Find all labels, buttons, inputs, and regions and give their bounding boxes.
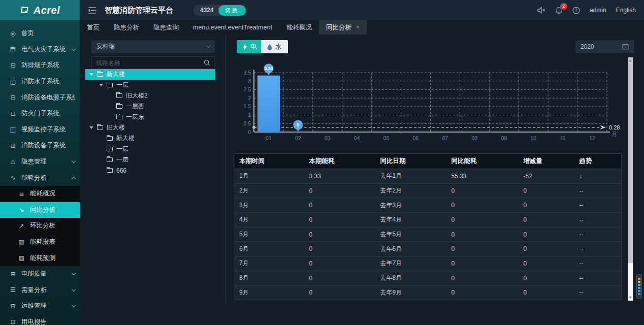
lock-icon: ⊟ [9, 110, 17, 117]
line-search-box [91, 56, 215, 69]
table-cell: 0 [520, 183, 575, 198]
sidebar-item[interactable]: ∿能耗分析 [0, 170, 80, 186]
tab[interactable]: 同比分析× [319, 20, 367, 35]
bar-chart-icon: ▥ [18, 239, 25, 246]
video-icon: ◫ [9, 78, 17, 85]
sidebar-item[interactable]: ▤电气火灾子系统 [0, 42, 80, 58]
browser-extension-strip [636, 274, 642, 299]
sidebar-item[interactable]: ⊟电能质量 [0, 266, 80, 282]
sound-mute-icon[interactable] [537, 7, 545, 14]
copy-icon: ⊞ [9, 142, 17, 149]
tree-node[interactable]: 一层西 [85, 101, 215, 112]
sidebar-item-label: 消防设备子系统 [21, 141, 75, 150]
tree-caret-icon[interactable] [89, 73, 93, 76]
tree-node[interactable]: 一层 [85, 80, 215, 90]
sidebar-item[interactable]: ⊟防排烟子系统 [0, 57, 80, 74]
svg-text:01: 01 [266, 135, 272, 141]
sidebar-item[interactable]: ⊡用电报告 [0, 314, 80, 325]
sidebar-item-label: 隐患管理 [21, 157, 68, 166]
svg-text:05: 05 [383, 135, 390, 141]
sidebar-item[interactable]: ⊡运维管理 [0, 298, 80, 314]
sidebar-item[interactable]: ▨能耗预测 [0, 250, 80, 266]
sidebar-item[interactable]: ⊞消防设备子系统 [0, 138, 80, 154]
electric-toggle-button[interactable]: 电 [237, 40, 263, 53]
language-switch[interactable]: English [616, 7, 636, 14]
sidebar-item[interactable]: ◫消防水子系统 [0, 74, 80, 90]
vertical-scrollbar[interactable] [628, 57, 633, 301]
sidebar-item[interactable]: ◫视频监控子系统 [0, 122, 80, 138]
sidebar-item-label: 消防设备电源子系统 [21, 93, 75, 102]
sidebar-item[interactable]: ◎首页 [0, 25, 80, 42]
search-icon[interactable] [199, 57, 214, 69]
table-cell: 6月 [235, 242, 305, 256]
tree-node-label: 一层 [116, 155, 128, 164]
lock-icon: ⊟ [9, 94, 17, 101]
table-cell: 0 [520, 213, 575, 228]
table-row: 2月0去年2月00-- [235, 183, 622, 198]
tree-caret-icon[interactable] [99, 84, 103, 86]
tab[interactable]: menu.event.eventTreatment [186, 20, 279, 35]
svg-text:08: 08 [472, 135, 478, 141]
table-row: 3月0去年3月00-- [235, 198, 622, 213]
line-search-input[interactable] [92, 59, 199, 67]
tree-caret-icon[interactable] [89, 126, 93, 129]
sidebar-item[interactable]: ⊟消防设备电源子系统 [0, 89, 80, 106]
svg-text:03: 03 [325, 135, 331, 141]
help-icon[interactable]: ? [572, 7, 580, 14]
table-cell: 5月 [235, 227, 305, 242]
tab[interactable]: 隐患分析 [107, 20, 146, 35]
chevron-down-icon [72, 271, 76, 275]
tree-node[interactable]: 一层东 [85, 112, 215, 122]
home-icon: ◎ [9, 30, 17, 37]
tab[interactable]: 能耗概况 [279, 20, 319, 35]
scrollbar-up-arrow[interactable] [628, 57, 633, 63]
trend-cell: -- [575, 242, 622, 256]
trend-cell: -- [575, 285, 622, 300]
table-cell: 4月 [235, 213, 305, 228]
sidebar-item[interactable]: ↗环比分析 [0, 218, 80, 234]
sidebar-item[interactable]: ⚠隐患管理 [0, 154, 80, 170]
year-picker[interactable]: 2020 [575, 40, 634, 53]
panel-icon: ▤ [9, 46, 17, 53]
scrollbar-down-arrow[interactable] [628, 295, 633, 301]
tab[interactable]: 隐患查询 [146, 20, 186, 35]
scrollbar-thumb[interactable] [628, 63, 633, 263]
table-cell: 0 [447, 183, 520, 198]
sidebar-item-label: 运维管理 [21, 302, 68, 310]
table-cell: 去年9月 [376, 285, 447, 300]
tree-node[interactable]: 旧大楼2 [85, 90, 215, 101]
year-picker-value: 2020 [581, 43, 594, 50]
user-menu[interactable]: admin [590, 7, 606, 14]
sidebar-item[interactable]: ≡能耗概况 [0, 186, 80, 202]
tree-node[interactable]: 新大楼 [85, 133, 215, 144]
table-column-header: 同比能耗 [447, 154, 520, 169]
table-cell: 0 [447, 271, 520, 285]
sidebar-item[interactable]: ⊟防火门子系统 [0, 106, 80, 122]
table-cell: 0 [520, 285, 575, 300]
water-toggle-button[interactable]: 水 [261, 40, 288, 53]
table-cell: 2月 [235, 183, 305, 198]
sidebar-item[interactable]: ↘同比分析 [0, 202, 80, 218]
tree-node[interactable]: 一层 [85, 154, 215, 165]
folder-icon [116, 104, 122, 109]
folder-icon [107, 147, 113, 151]
sidebar-item-label: 消防水子系统 [21, 77, 75, 86]
tab-label: menu.event.eventTreatment [193, 24, 272, 31]
sidebar-item-label: 同比分析 [30, 206, 75, 214]
sidebar-item[interactable]: ☰需量分析 [0, 282, 80, 299]
tree-node[interactable]: 新大楼 [85, 69, 215, 80]
tab-close-icon[interactable]: × [356, 24, 360, 30]
table-cell: 0 [305, 227, 376, 242]
switch-button[interactable]: 切换 [218, 5, 246, 16]
company-select[interactable]: 安科瑞 [91, 40, 215, 53]
table-cell: 0 [520, 227, 575, 242]
tree-node[interactable]: 666 [85, 165, 215, 176]
tab[interactable]: 首页 [80, 20, 107, 35]
svg-text:?: ? [575, 8, 577, 13]
svg-text:10: 10 [530, 135, 536, 141]
menu-fold-icon[interactable] [88, 7, 96, 14]
sidebar-item[interactable]: ▥能耗报表 [0, 234, 80, 250]
tree-node[interactable]: 一层 [85, 144, 215, 154]
tab-bar: 首页隐患分析隐患查询menu.event.eventTreatment能耗概况同… [80, 20, 644, 35]
tree-node[interactable]: 旧大楼 [85, 122, 215, 133]
